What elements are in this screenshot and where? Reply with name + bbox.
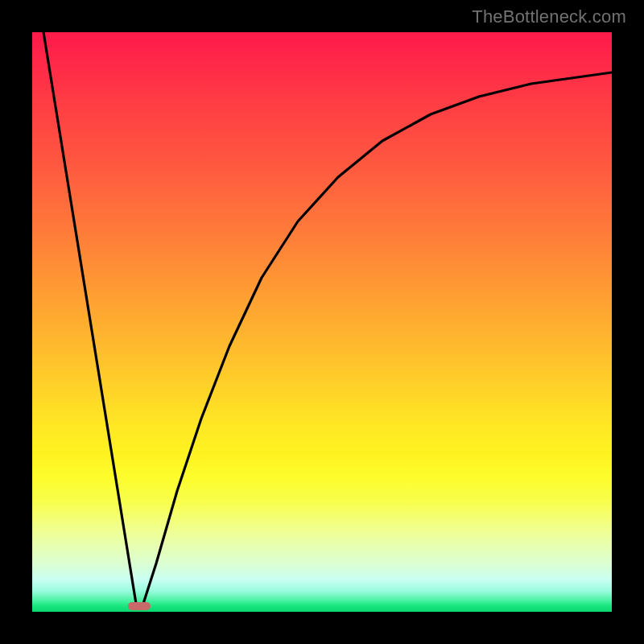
plot-area [32,32,612,612]
watermark-text: TheBottleneck.com [472,6,626,27]
chart-frame: TheBottleneck.com [0,0,644,644]
bottleneck-curve [43,32,612,609]
curve-layer [32,32,612,612]
optimum-marker [128,602,151,610]
